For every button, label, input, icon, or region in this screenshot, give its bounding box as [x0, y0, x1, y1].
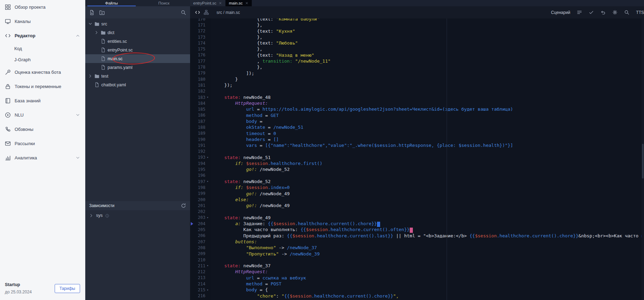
- sidebar-item-knowledge-base[interactable]: База знаний: [0, 94, 85, 108]
- search-icon[interactable]: [181, 10, 186, 15]
- gutter-row: 211▾: [190, 263, 211, 269]
- gutter-row: 192▾: [190, 149, 211, 155]
- fold-caret[interactable]: ▾: [206, 156, 210, 159]
- folder-icon: [101, 30, 106, 35]
- editor-tab-entrypoint-sc[interactable]: entryPoint.sc: [190, 0, 226, 6]
- gutter-row: 194▾: [190, 160, 211, 166]
- scenario-button[interactable]: Сценарий: [551, 10, 570, 15]
- scrollbar-thumb[interactable]: [642, 144, 644, 179]
- explorer-tab-label: Поиск: [158, 1, 170, 5]
- sidebar-item-campaigns[interactable]: Рассылки: [0, 136, 85, 151]
- code-line: buttons:: [213, 239, 644, 245]
- tree-item-label: test: [101, 74, 108, 79]
- line-number: 180: [198, 77, 205, 82]
- tree-item-chatbot-yaml[interactable]: chatbot.yaml: [85, 80, 190, 89]
- sidebar-item-label: Обзор проекта: [15, 5, 80, 10]
- code-line: , transition: "/newNode_11": [213, 58, 644, 64]
- sidebar-item-project-overview[interactable]: Обзор проекта: [0, 0, 85, 14]
- file-icon: [101, 39, 106, 44]
- new-folder-icon[interactable]: [99, 10, 105, 15]
- fold-caret[interactable]: ▾: [206, 216, 210, 219]
- code-line: url = https://tools.aimylogic.com/api/go…: [213, 106, 644, 112]
- chevron-right-icon[interactable]: [94, 30, 99, 35]
- code-line: okState = /newNode_51: [213, 124, 644, 130]
- check-icon[interactable]: [589, 10, 594, 15]
- code-line: body =: [213, 118, 644, 124]
- editor-tab-label: entryPoint.sc: [193, 1, 216, 5]
- line-number: 194: [198, 161, 205, 166]
- tree-item-main-sc[interactable]: main.sc: [85, 54, 190, 63]
- gutter-row: 191▾: [190, 142, 211, 148]
- chevron-right-icon[interactable]: [88, 74, 93, 78]
- gutter-row: 195▾: [190, 166, 211, 172]
- editor-scrollbar[interactable]: [642, 18, 644, 300]
- tree-item-params-yaml[interactable]: params.yaml: [85, 63, 190, 72]
- code-icon: [5, 33, 11, 39]
- close-icon[interactable]: [245, 1, 249, 5]
- gutter-row: 182▾: [190, 88, 211, 94]
- line-number: 207: [198, 239, 205, 244]
- tree-item-src[interactable]: src: [85, 19, 190, 28]
- code-line: {text: "Назад в меню": [213, 52, 644, 58]
- sidebar-item-calls[interactable]: Обзвоны: [0, 122, 85, 136]
- new-file-icon[interactable]: [89, 10, 95, 15]
- code-view-icon[interactable]: [194, 9, 201, 16]
- chevron-down-icon[interactable]: [88, 22, 93, 26]
- list-icon[interactable]: [577, 10, 582, 15]
- gutter-row: 186▾: [190, 112, 211, 118]
- dependency-item-sys[interactable]: sys: [85, 210, 190, 221]
- tree-item-label: chatbot.yaml: [101, 82, 126, 87]
- fold-caret[interactable]: ▾: [206, 289, 210, 292]
- tree-item-test[interactable]: test: [85, 72, 190, 80]
- sidebar-item-editor[interactable]: Редактор: [0, 29, 85, 43]
- code-line: {text: "Кухня": [213, 28, 644, 34]
- editor-tab-main-sc[interactable]: main.sc: [226, 0, 252, 6]
- tree-item-entrypoint-sc[interactable]: entryPoint.sc: [85, 46, 190, 54]
- tab-files[interactable]: Файлы: [85, 0, 138, 6]
- fold-caret[interactable]: ▾: [206, 180, 210, 183]
- fold-caret[interactable]: ▾: [206, 264, 210, 267]
- tts-toggle[interactable]: TTS: [636, 10, 644, 15]
- code-viewport[interactable]: {text: "Комната бабули" }, {text: "Кухня…: [211, 18, 644, 300]
- line-number: 189: [198, 131, 205, 136]
- line-number: 193: [198, 155, 205, 160]
- gutter-row: 216▾: [190, 293, 211, 299]
- sidebar-item-analytics[interactable]: Аналитика: [0, 151, 85, 165]
- fold-caret[interactable]: ▾: [206, 96, 210, 99]
- sidebar-item-code[interactable]: Код: [0, 43, 85, 54]
- code-line: go!: /newNode_49: [213, 191, 644, 197]
- undo-icon[interactable]: [600, 10, 606, 15]
- close-icon[interactable]: [219, 1, 222, 5]
- graph-view-icon[interactable]: [202, 9, 210, 16]
- code-line: state: newNode_37: [213, 263, 644, 269]
- sidebar-item-bot-quality[interactable]: Оценка качества бота: [0, 65, 85, 79]
- tree-item-label: params.yaml: [108, 65, 133, 70]
- sidebar-item-channels[interactable]: Каналы: [0, 14, 85, 29]
- tree-item-dict[interactable]: dict: [85, 28, 190, 37]
- tab-search[interactable]: Поиск: [138, 0, 190, 6]
- sidebar-item-label: Код: [14, 46, 80, 51]
- tree-item-entities-sc[interactable]: entities.sc: [85, 37, 190, 46]
- chevron-right-icon[interactable]: [89, 213, 94, 218]
- sidebar-item-j-graph[interactable]: J-Graph: [0, 54, 85, 65]
- chart-icon: [5, 155, 11, 161]
- line-number: 197: [198, 179, 205, 184]
- zoom-icon[interactable]: [624, 10, 629, 15]
- gutter-row: 178▾: [190, 64, 211, 70]
- gutter-row: 209▾: [190, 251, 211, 257]
- gear-icon[interactable]: [612, 10, 618, 15]
- editor-toolbar-right: Сценарий TTS: [551, 10, 641, 15]
- line-number: 188: [198, 125, 205, 130]
- tariffs-button[interactable]: Тарифы: [55, 284, 80, 293]
- sidebar-item-tokens-variables[interactable]: Токены и переменные: [0, 79, 85, 94]
- code-line: [213, 88, 644, 94]
- chevron-down-icon: [76, 113, 80, 117]
- dependency-label: sys: [96, 213, 103, 218]
- code-area[interactable]: 170▾171▾172▾173▾174▾175▾176▾177▾178▾179▾…: [190, 18, 644, 300]
- sidebar-item-nlu[interactable]: NLU: [0, 108, 85, 122]
- refresh-icon[interactable]: [181, 203, 186, 208]
- file-icon: [101, 65, 106, 70]
- gutter-row: 181▾: [190, 82, 211, 88]
- line-number: 176: [198, 53, 205, 57]
- gutter-row: 171▾: [190, 22, 211, 28]
